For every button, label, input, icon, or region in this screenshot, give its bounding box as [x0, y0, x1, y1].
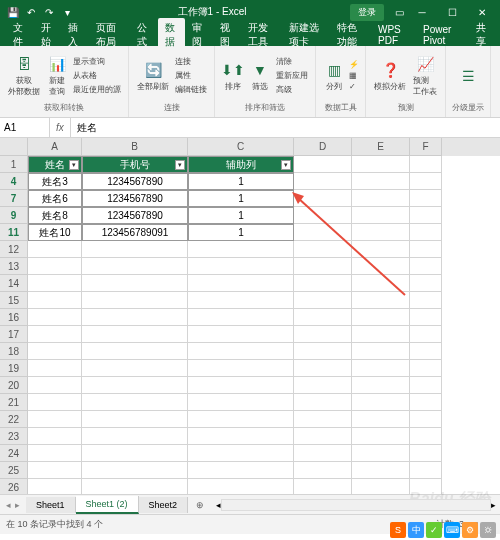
whatif-button[interactable]: ❓模拟分析 [372, 58, 408, 94]
cell[interactable] [294, 275, 352, 292]
cell[interactable] [410, 156, 442, 173]
cell[interactable] [28, 479, 82, 494]
cell[interactable] [82, 462, 188, 479]
cell[interactable] [294, 190, 352, 207]
cell[interactable] [82, 241, 188, 258]
row-header[interactable]: 20 [0, 377, 28, 394]
cell[interactable] [410, 360, 442, 377]
row-header[interactable]: 16 [0, 309, 28, 326]
cell[interactable] [28, 445, 82, 462]
cell[interactable] [294, 377, 352, 394]
column-header[interactable]: A [28, 138, 82, 156]
cell[interactable]: 姓名10 [28, 224, 82, 241]
tray-icon[interactable]: ⚙ [462, 522, 478, 538]
row-header[interactable]: 25 [0, 462, 28, 479]
from-table-button[interactable]: 从表格 [72, 69, 122, 82]
sheet-tab[interactable]: Sheet2 [139, 497, 189, 513]
spreadsheet-grid[interactable]: ABCDEF1姓名▾手机号▾辅助列▾4姓名3123456789017姓名6123… [0, 138, 500, 494]
cell[interactable]: 姓名6 [28, 190, 82, 207]
row-header[interactable]: 12 [0, 241, 28, 258]
cell[interactable] [82, 411, 188, 428]
filter-dropdown-icon[interactable]: ▾ [281, 160, 291, 170]
row-header[interactable]: 18 [0, 343, 28, 360]
cell[interactable] [410, 258, 442, 275]
sheet-tab[interactable]: Sheet1 (2) [76, 496, 139, 514]
cell[interactable] [352, 156, 410, 173]
filter-dropdown-icon[interactable]: ▾ [175, 160, 185, 170]
cell[interactable] [352, 326, 410, 343]
cell[interactable] [188, 258, 294, 275]
select-all-corner[interactable] [0, 138, 28, 156]
cell[interactable] [294, 360, 352, 377]
cell[interactable]: 1234567890 [82, 173, 188, 190]
table-header-cell[interactable]: 姓名▾ [28, 156, 82, 173]
cell[interactable] [294, 411, 352, 428]
cell[interactable] [28, 360, 82, 377]
cell[interactable] [352, 394, 410, 411]
cell[interactable] [352, 190, 410, 207]
cell[interactable] [188, 326, 294, 343]
cell[interactable] [294, 156, 352, 173]
table-header-cell[interactable]: 辅助列▾ [188, 156, 294, 173]
reapply-button[interactable]: 重新应用 [275, 69, 309, 82]
column-header[interactable]: D [294, 138, 352, 156]
cell[interactable] [188, 360, 294, 377]
cell[interactable] [28, 241, 82, 258]
outline-button[interactable]: ☰ [456, 64, 480, 88]
cell[interactable] [28, 326, 82, 343]
cell[interactable] [188, 462, 294, 479]
cell[interactable] [294, 241, 352, 258]
cell[interactable] [82, 309, 188, 326]
tray-icon[interactable]: ✓ [426, 522, 442, 538]
cell[interactable] [410, 275, 442, 292]
cell[interactable] [28, 411, 82, 428]
cell[interactable] [188, 428, 294, 445]
cell[interactable] [352, 428, 410, 445]
cell[interactable] [410, 173, 442, 190]
cell[interactable] [352, 445, 410, 462]
row-header[interactable]: 22 [0, 411, 28, 428]
cell[interactable] [82, 479, 188, 494]
cell[interactable] [352, 462, 410, 479]
cell[interactable] [410, 411, 442, 428]
cell[interactable] [410, 292, 442, 309]
cell[interactable] [352, 309, 410, 326]
cell[interactable] [188, 377, 294, 394]
connections-button[interactable]: 连接 [174, 55, 208, 68]
remove-dup-icon[interactable]: ▦ [349, 71, 359, 80]
cell[interactable] [294, 394, 352, 411]
column-header[interactable]: E [352, 138, 410, 156]
row-header[interactable]: 4 [0, 173, 28, 190]
cell[interactable] [294, 428, 352, 445]
cell[interactable] [188, 394, 294, 411]
tray-icon[interactable]: 中 [408, 522, 424, 538]
cell[interactable] [352, 292, 410, 309]
cell[interactable] [188, 275, 294, 292]
cell[interactable]: 1 [188, 224, 294, 241]
column-header[interactable]: F [410, 138, 442, 156]
new-query-button[interactable]: 📊新建 查询 [45, 52, 69, 99]
cell[interactable] [188, 411, 294, 428]
cell[interactable] [28, 462, 82, 479]
cell[interactable]: 1234567890 [82, 207, 188, 224]
cell[interactable] [410, 445, 442, 462]
clear-filter-button[interactable]: 清除 [275, 55, 309, 68]
scroll-right-icon[interactable]: ▸ [491, 500, 496, 510]
cell[interactable] [410, 343, 442, 360]
cell[interactable] [352, 173, 410, 190]
cell[interactable] [352, 343, 410, 360]
cell[interactable]: 1234567890 [82, 190, 188, 207]
cell[interactable] [82, 258, 188, 275]
cell[interactable] [352, 224, 410, 241]
maximize-button[interactable]: ☐ [438, 1, 466, 23]
tab-wps[interactable]: WPS PDF [371, 21, 416, 49]
cell[interactable] [82, 428, 188, 445]
cell[interactable] [82, 360, 188, 377]
sort-button[interactable]: ⬇⬆排序 [221, 58, 245, 94]
cell[interactable] [294, 258, 352, 275]
cell[interactable] [294, 292, 352, 309]
row-header[interactable]: 23 [0, 428, 28, 445]
cell[interactable] [410, 462, 442, 479]
cell[interactable] [294, 479, 352, 494]
filter-dropdown-icon[interactable]: ▾ [69, 160, 79, 170]
